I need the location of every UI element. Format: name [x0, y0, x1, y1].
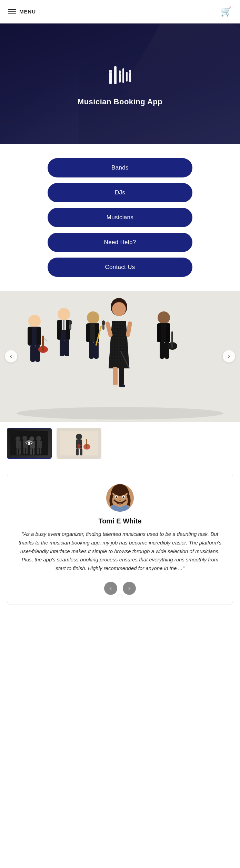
svg-point-94 [123, 496, 124, 498]
svg-point-33 [87, 311, 99, 324]
svg-rect-54 [160, 341, 164, 359]
svg-point-14 [28, 315, 41, 327]
svg-rect-29 [60, 339, 64, 356]
musicians-button[interactable]: Musicians [48, 208, 192, 227]
svg-rect-1 [109, 70, 112, 73]
hero-content: Musician Booking App [78, 61, 162, 106]
carousel-prev-button[interactable]: ‹ [5, 350, 17, 363]
svg-rect-16 [28, 327, 32, 345]
carousel-next-button[interactable]: › [223, 350, 235, 363]
bands-button[interactable]: Bands [48, 158, 192, 177]
svg-rect-6 [122, 71, 124, 83]
svg-rect-4 [119, 74, 121, 83]
svg-rect-52 [157, 324, 161, 342]
testimonial-next-button[interactable]: › [123, 582, 136, 595]
cart-icon[interactable]: 🛒 [221, 6, 232, 17]
svg-rect-35 [86, 324, 90, 342]
svg-point-13 [17, 407, 223, 419]
testimonial-section: Tomi E White "As a busy event organizer,… [7, 473, 233, 605]
svg-rect-37 [89, 341, 94, 359]
hamburger-icon [8, 9, 16, 14]
svg-rect-81 [76, 449, 79, 455]
avatar-image [106, 484, 134, 512]
hero-logo-icon [104, 61, 136, 93]
svg-point-50 [158, 311, 170, 324]
carousel-thumb-2[interactable] [57, 428, 101, 459]
svg-rect-3 [114, 66, 117, 69]
svg-rect-26 [63, 320, 64, 330]
svg-point-32 [69, 320, 72, 325]
svg-rect-57 [171, 331, 173, 348]
svg-rect-0 [109, 72, 112, 84]
need-help-button[interactable]: Need Help? [48, 233, 192, 252]
carousel-thumbs: 👁 [0, 422, 240, 464]
svg-rect-10 [129, 73, 131, 82]
carousel-thumb-1[interactable]: 👁 [7, 428, 52, 459]
eye-icon: 👁 [26, 439, 33, 448]
svg-rect-9 [126, 72, 128, 75]
band-image [0, 291, 240, 422]
svg-point-41 [112, 302, 126, 316]
svg-point-23 [58, 308, 70, 320]
svg-rect-48 [113, 385, 119, 387]
svg-point-96 [112, 485, 128, 496]
testimonial-nav: ‹ › [104, 582, 136, 595]
header: MENU 🛒 [0, 0, 240, 23]
menu-button[interactable]: MENU [8, 9, 36, 15]
svg-rect-8 [126, 75, 128, 81]
svg-rect-47 [119, 367, 124, 386]
svg-point-45 [102, 320, 105, 325]
carousel-section: ‹ › [0, 291, 240, 464]
svg-point-93 [116, 496, 118, 498]
svg-rect-17 [37, 327, 41, 345]
svg-rect-11 [129, 70, 131, 73]
svg-rect-5 [119, 70, 121, 74]
hero-section: Musician Booking App [0, 23, 240, 144]
hero-title: Musician Booking App [78, 97, 162, 106]
svg-point-79 [76, 434, 82, 440]
svg-rect-27 [57, 320, 61, 339]
svg-rect-46 [113, 367, 118, 386]
testimonial-avatar [106, 484, 134, 512]
svg-rect-30 [64, 339, 69, 356]
contact-us-button[interactable]: Contact Us [48, 258, 192, 277]
svg-rect-18 [30, 345, 35, 362]
svg-rect-85 [86, 439, 87, 449]
thumb1-overlay: 👁 [8, 428, 51, 458]
menu-label: MENU [19, 9, 36, 15]
testimonial-quote: "As a busy event organizer, finding tale… [17, 530, 223, 573]
testimonial-name: Tomi E White [98, 517, 141, 525]
svg-rect-53 [166, 324, 170, 342]
nav-buttons-section: Bands DJs Musicians Need Help? Contact U… [0, 144, 240, 291]
svg-rect-2 [114, 68, 117, 84]
djs-button[interactable]: DJs [48, 183, 192, 202]
svg-rect-49 [119, 385, 125, 387]
carousel-main: ‹ › [0, 291, 240, 422]
svg-rect-82 [80, 449, 82, 455]
svg-point-95 [119, 500, 121, 501]
svg-rect-7 [122, 68, 124, 72]
testimonial-prev-button[interactable]: ‹ [104, 582, 117, 595]
thumb2-image [60, 431, 98, 455]
thumb2-bg [57, 428, 101, 459]
